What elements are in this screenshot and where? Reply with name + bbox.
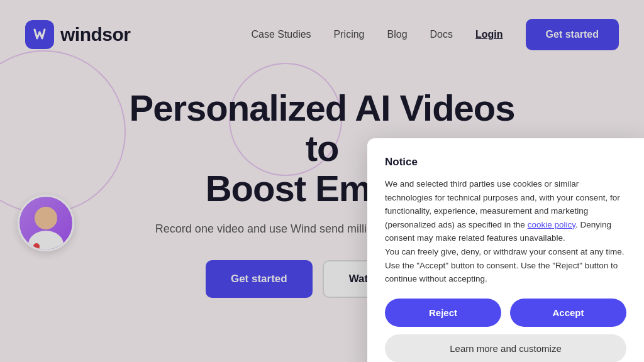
cookie-notice-body: We and selected third parties use cookie… bbox=[385, 177, 626, 286]
cookie-accept-button[interactable]: Accept bbox=[510, 299, 626, 327]
cookie-action-buttons: Reject Accept bbox=[385, 299, 626, 327]
cookie-policy-link[interactable]: cookie policy bbox=[528, 220, 575, 229]
cookie-reject-button[interactable]: Reject bbox=[385, 299, 501, 327]
cookie-notice-title: Notice bbox=[385, 156, 626, 168]
cookie-learn-more-button[interactable]: Learn more and customize bbox=[385, 334, 626, 362]
cookie-notice-dialog: Notice We and selected third parties use… bbox=[367, 138, 644, 362]
